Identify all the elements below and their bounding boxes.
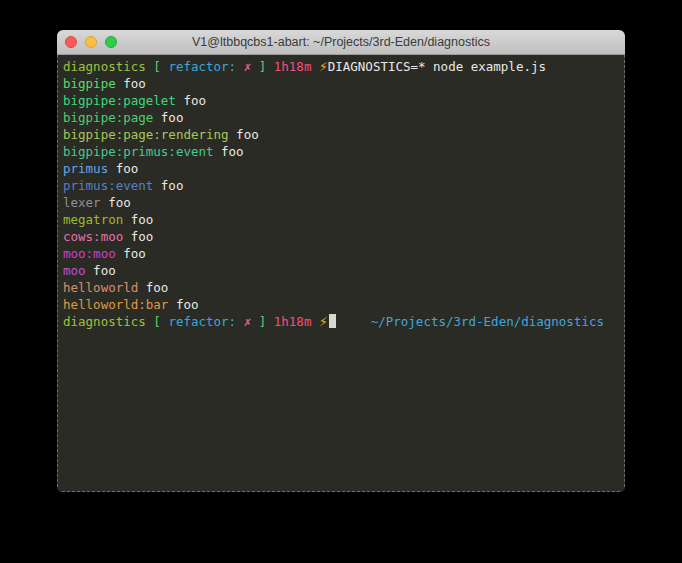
text-segment: moo: [63, 263, 86, 278]
text-segment: bigpipe: [63, 76, 116, 91]
text-segment: [: [153, 314, 161, 329]
terminal-line: bigpipe:primus:event foo: [63, 143, 624, 160]
text-segment: foo: [153, 110, 183, 125]
text-segment: refactor:: [168, 59, 236, 74]
terminal-screen[interactable]: diagnostics [ refactor: ✗ ] 1h18m ⚡DIAGN…: [57, 55, 625, 492]
terminal-line: moo foo: [63, 262, 624, 279]
text-segment: foo: [123, 229, 153, 244]
text-segment: [: [153, 59, 161, 74]
terminal-line: primus foo: [63, 160, 624, 177]
minimize-button[interactable]: [85, 36, 97, 48]
text-segment: [251, 314, 259, 329]
close-button[interactable]: [65, 36, 77, 48]
window-title: V1@ltbbqcbs1-abart: ~/Projects/3rd-Eden/…: [192, 35, 490, 49]
terminal-line: bigpipe:page:rendering foo: [63, 126, 624, 143]
zoom-button[interactable]: [105, 36, 117, 48]
text-segment: lexer: [63, 195, 101, 210]
terminal-line: megatron foo: [63, 211, 624, 228]
text-segment: foo: [108, 161, 138, 176]
text-segment: 1h18m: [274, 314, 312, 329]
terminal-window: V1@ltbbqcbs1-abart: ~/Projects/3rd-Eden/…: [57, 30, 625, 492]
terminal-line: helloworld:bar foo: [63, 296, 624, 313]
text-segment: [236, 59, 244, 74]
text-segment: refactor:: [168, 314, 236, 329]
text-segment: diagnostics: [63, 314, 146, 329]
terminal-line: bigpipe:pagelet foo: [63, 92, 624, 109]
terminal-line: lexer foo: [63, 194, 624, 211]
text-segment: helloworld:bar: [63, 297, 168, 312]
text-segment: primus:event: [63, 178, 153, 193]
text-segment: foo: [123, 212, 153, 227]
terminal-line: helloworld foo: [63, 279, 624, 296]
text-segment: [251, 59, 259, 74]
lightning-bolt-icon: ⚡: [319, 314, 328, 329]
terminal-output: diagnostics [ refactor: ✗ ] 1h18m ⚡DIAGN…: [58, 55, 624, 330]
lightning-bolt-icon: ⚡: [319, 59, 328, 74]
text-segment: foo: [153, 178, 183, 193]
terminal-line: bigpipe foo: [63, 75, 624, 92]
window-titlebar[interactable]: V1@ltbbqcbs1-abart: ~/Projects/3rd-Eden/…: [57, 30, 625, 55]
terminal-line: diagnostics [ refactor: ✗ ] 1h18m ⚡DIAGN…: [63, 58, 624, 75]
text-segment: foo: [101, 195, 131, 210]
terminal-line: cows:moo foo: [63, 228, 624, 245]
terminal-line: moo:moo foo: [63, 245, 624, 262]
text-segment: cows:moo: [63, 229, 123, 244]
terminal-cursor: [329, 314, 336, 328]
text-segment: foo: [116, 76, 146, 91]
traffic-lights: [65, 30, 117, 54]
text-segment: 1h18m: [274, 59, 312, 74]
text-segment: foo: [176, 93, 206, 108]
text-segment: [266, 59, 274, 74]
text-segment: foo: [86, 263, 116, 278]
text-segment: diagnostics: [63, 59, 146, 74]
text-segment: [311, 314, 319, 329]
text-segment: primus: [63, 161, 108, 176]
desktop-background: V1@ltbbqcbs1-abart: ~/Projects/3rd-Eden/…: [0, 0, 682, 563]
text-segment: foo: [116, 246, 146, 261]
text-segment: foo: [214, 144, 244, 159]
text-segment: megatron: [63, 212, 123, 227]
right-prompt-path: ~/Projects/3rd-Eden/diagnostics: [371, 313, 604, 330]
text-segment: bigpipe:page:rendering: [63, 127, 229, 142]
text-segment: [311, 59, 319, 74]
text-segment: foo: [168, 297, 198, 312]
text-segment: foo: [229, 127, 259, 142]
text-segment: bigpipe:pagelet: [63, 93, 176, 108]
text-segment: moo:moo: [63, 246, 116, 261]
text-segment: bigpipe:page: [63, 110, 153, 125]
terminal-line: primus:event foo: [63, 177, 624, 194]
terminal-line: diagnostics [ refactor: ✗ ] 1h18m ⚡~/Pro…: [63, 313, 624, 330]
text-segment: bigpipe:primus:event: [63, 144, 214, 159]
text-segment: [236, 314, 244, 329]
text-segment: foo: [138, 280, 168, 295]
terminal-line: bigpipe:page foo: [63, 109, 624, 126]
text-segment: DIAGNOSTICS=* node example.js: [328, 59, 546, 74]
text-segment: helloworld: [63, 280, 138, 295]
text-segment: [266, 314, 274, 329]
